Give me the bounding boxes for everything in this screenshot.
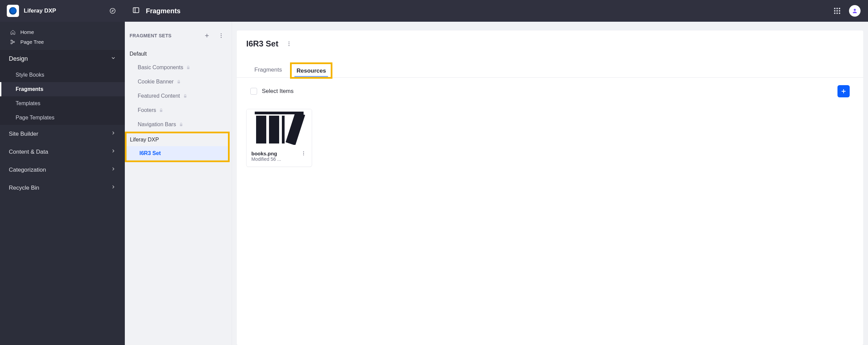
kebab-icon (218, 33, 224, 39)
lock-icon (159, 108, 163, 113)
svg-point-9 (221, 33, 222, 34)
brand-header: Liferay DXP (0, 0, 125, 22)
svg-point-28 (303, 151, 304, 152)
chevron-right-icon (111, 184, 116, 191)
chevron-down-icon (111, 55, 116, 62)
brand-logo[interactable] (7, 5, 19, 17)
svg-rect-26 (282, 116, 285, 143)
set-item-label: Cookie Banner (138, 79, 174, 85)
panel-menu-button[interactable] (283, 38, 295, 50)
svg-rect-3 (13, 41, 14, 42)
nav-item-templates[interactable]: Templates (0, 96, 125, 111)
set-group-liferay-dxp[interactable]: Liferay DXP (127, 133, 228, 146)
tabs: Fragments Resources (237, 54, 863, 78)
workspace: Fragments FRAGMENT SETS (125, 0, 868, 345)
nav-item-fragments[interactable]: Fragments (0, 82, 125, 96)
panel-title: I6R3 Set (246, 39, 278, 49)
svg-point-30 (303, 154, 304, 155)
set-item-navigation-bars[interactable]: Navigation Bars (125, 117, 232, 132)
svg-point-29 (303, 153, 304, 154)
svg-rect-25 (269, 116, 279, 143)
kebab-icon (301, 151, 306, 156)
cat-label: Categorization (9, 167, 46, 173)
cat-label: Content & Data (9, 149, 48, 155)
set-item-label: Basic Components (138, 64, 183, 71)
sets-menu-button[interactable] (215, 30, 227, 41)
apps-menu-button[interactable] (831, 5, 843, 17)
lock-icon (183, 94, 188, 98)
toolbar: Select Items (237, 78, 863, 99)
select-items-label: Select Items (262, 88, 294, 95)
home-icon (9, 30, 16, 35)
chevron-right-icon (111, 166, 116, 173)
panel-toggle-button[interactable] (132, 6, 140, 15)
panel-head: I6R3 Set (237, 38, 863, 54)
card-title: books.png (251, 151, 300, 156)
user-avatar[interactable] (849, 5, 861, 17)
svg-rect-14 (184, 96, 186, 97)
highlight-box-tab: Resources (290, 62, 332, 79)
select-all-checkbox[interactable] (250, 88, 257, 95)
topbar: Fragments (125, 0, 868, 22)
compass-icon (109, 7, 116, 14)
set-group-default[interactable]: Default (125, 47, 232, 60)
cat-content-data[interactable]: Content & Data (0, 143, 125, 161)
svg-rect-12 (187, 67, 190, 69)
quicklink-home[interactable]: Home (4, 27, 121, 37)
resource-card[interactable]: books.png Modified 56 ... (246, 109, 312, 167)
svg-rect-2 (11, 43, 12, 44)
compass-button[interactable] (107, 5, 118, 16)
svg-rect-1 (11, 40, 12, 41)
sets-header-title: FRAGMENT SETS (130, 33, 198, 38)
card-body: books.png Modified 56 ... (247, 147, 312, 167)
svg-rect-27 (286, 112, 305, 145)
cat-label: Recycle Bin (9, 185, 39, 191)
tree-icon (9, 39, 16, 45)
svg-rect-4 (133, 8, 139, 13)
card-menu-button[interactable] (300, 151, 307, 156)
main-sidebar: Liferay DXP Home Page Tree Design (0, 0, 125, 345)
cat-site-builder[interactable]: Site Builder (0, 125, 125, 143)
books-thumbnail-icon (252, 111, 306, 145)
plus-icon (840, 88, 847, 95)
content-panel: I6R3 Set Fragments Resources Select Item… (237, 31, 863, 345)
lock-icon (176, 79, 181, 84)
cat-categorization[interactable]: Categorization (0, 161, 125, 179)
card-subtitle: Modified 56 ... (251, 156, 292, 162)
design-items: Style Books Fragments Templates Page Tem… (0, 68, 125, 125)
set-item-label: Navigation Bars (138, 121, 176, 128)
card-thumbnail (247, 109, 312, 147)
brand-title: Liferay DXP (24, 7, 107, 14)
cat-label: Site Builder (9, 131, 38, 137)
set-item-featured-content[interactable]: Featured Content (125, 89, 232, 103)
fragment-sets-column: FRAGMENT SETS Default Basic Components C… (125, 22, 232, 345)
svg-point-19 (288, 45, 289, 46)
add-set-button[interactable] (201, 30, 213, 41)
sets-header: FRAGMENT SETS (125, 30, 232, 47)
svg-point-10 (221, 35, 222, 36)
nav-item-style-books[interactable]: Style Books (0, 68, 125, 82)
set-item-cookie-banner[interactable]: Cookie Banner (125, 75, 232, 89)
tab-fragments[interactable]: Fragments (250, 63, 287, 77)
cat-recycle-bin[interactable]: Recycle Bin (0, 179, 125, 197)
svg-point-0 (110, 8, 115, 14)
svg-point-18 (288, 43, 289, 44)
tab-resources[interactable]: Resources (292, 64, 331, 77)
add-resource-button[interactable] (837, 85, 850, 97)
lock-icon (179, 122, 184, 127)
brand-logo-icon (9, 7, 17, 15)
svg-rect-16 (180, 124, 182, 126)
svg-point-6 (854, 9, 856, 11)
design-section-header[interactable]: Design (0, 50, 125, 68)
highlight-box-sets: Liferay DXP I6R3 Set (125, 132, 230, 162)
set-item-i6r3[interactable]: I6R3 Set (127, 146, 228, 160)
design-section-label: Design (9, 55, 28, 62)
plus-icon (204, 33, 210, 39)
resource-cards: books.png Modified 56 ... (237, 99, 863, 177)
nav-item-page-templates[interactable]: Page Templates (0, 111, 125, 125)
chevron-right-icon (111, 130, 116, 137)
quicklink-page-tree[interactable]: Page Tree (4, 37, 121, 47)
svg-point-11 (221, 37, 222, 38)
set-item-footers[interactable]: Footers (125, 103, 232, 117)
set-item-basic-components[interactable]: Basic Components (125, 60, 232, 75)
